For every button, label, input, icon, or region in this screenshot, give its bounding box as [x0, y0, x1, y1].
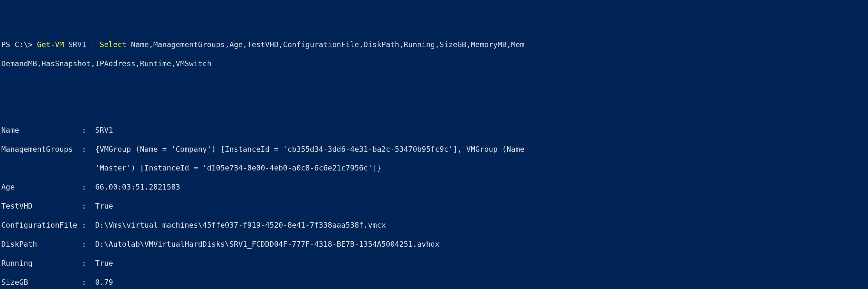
sep: : [82, 221, 95, 230]
command-line-1[interactable]: PS C:\> Get-VM SRV1 | Select Name,Manage… [1, 40, 868, 50]
val-managementgroups-2: 'Master') [InstanceId = 'd105e734-0e00-4… [95, 163, 381, 173]
command-line-2[interactable]: DemandMB,HasSnapshot,IPAddress,Runtime,V… [1, 59, 868, 68]
cmd-arg-srv1: SRV1 [64, 40, 91, 49]
row-managementgroups: ManagementGroups: {VMGroup (Name = 'Comp… [1, 144, 868, 154]
cmd-arg-props-1: Name,ManagementGroups,Age,TestVHD,Config… [127, 40, 524, 49]
key-age: Age [1, 183, 82, 192]
sep: : [82, 144, 95, 154]
indent [1, 163, 95, 173]
val-name: SRV1 [95, 126, 113, 135]
sep: : [82, 201, 95, 211]
key-testvhd: TestVHD [1, 201, 82, 211]
output-block: Name: SRV1 ManagementGroups: {VMGroup (N… [1, 116, 868, 289]
val-configurationfile: D:\Vms\virtual machines\45ffe037-f919-45… [95, 221, 386, 230]
sep: : [82, 126, 95, 135]
sep: : [82, 239, 95, 249]
ps-prompt: PS C:\> [1, 40, 37, 49]
key-configurationfile: ConfigurationFile [1, 221, 82, 230]
row-sizegb: SizeGB: 0.79 [1, 278, 868, 287]
key-sizegb: SizeGB [1, 278, 82, 287]
key-running: Running [1, 259, 82, 268]
row-age: Age: 66.00:03:51.2821583 [1, 183, 868, 192]
val-running: True [95, 259, 113, 268]
blank-line-2 [1, 97, 868, 106]
row-configurationfile: ConfigurationFile: D:\Vms\virtual machin… [1, 221, 868, 230]
row-diskpath: DiskPath: D:\Autolab\VMVirtualHardDisks\… [1, 239, 868, 249]
cmdlet-get-vm: Get-VM [37, 40, 64, 49]
row-running: Running: True [1, 259, 868, 268]
row-name: Name: SRV1 [1, 126, 868, 135]
val-age: 66.00:03:51.2821583 [95, 183, 180, 192]
pipe-symbol: | [91, 40, 100, 49]
val-testvhd: True [95, 201, 113, 211]
cmdlet-select: Select [100, 40, 127, 49]
val-managementgroups-1: {VMGroup (Name = 'Company') [InstanceId … [95, 144, 529, 154]
key-name: Name [1, 126, 82, 135]
key-diskpath: DiskPath [1, 239, 82, 249]
sep: : [82, 278, 95, 287]
sep: : [82, 183, 95, 192]
val-diskpath: D:\Autolab\VMVirtualHardDisks\SRV1_FCDDD… [95, 239, 439, 249]
key-managementgroups: ManagementGroups [1, 144, 82, 154]
row-testvhd: TestVHD: True [1, 201, 868, 211]
blank-line-1 [1, 78, 868, 88]
row-managementgroups-cont: 'Master') [InstanceId = 'd105e734-0e00-4… [1, 163, 868, 173]
sep: : [82, 259, 95, 268]
val-sizegb: 0.79 [95, 278, 113, 287]
